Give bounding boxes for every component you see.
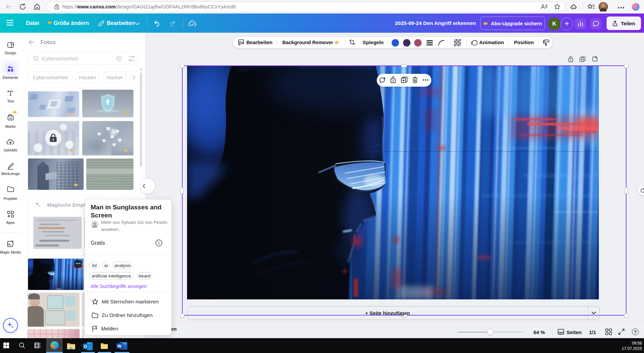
svg-text:co: co (9, 117, 12, 120)
svg-text:W: W (117, 344, 122, 349)
svg-text:O: O (84, 344, 87, 349)
